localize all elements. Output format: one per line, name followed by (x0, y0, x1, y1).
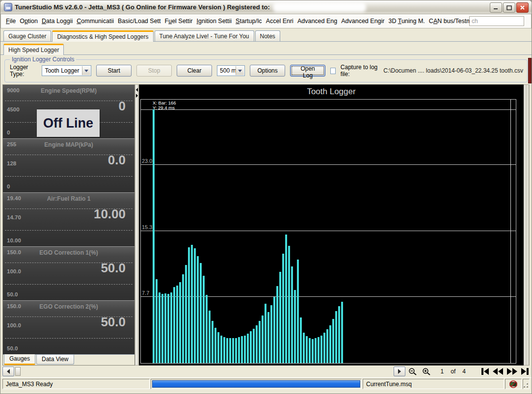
bar-41[interactable] (270, 305, 272, 363)
bar-51[interactable] (300, 317, 302, 363)
scroll-right-button[interactable] (394, 367, 405, 376)
bar-60[interactable] (326, 329, 328, 363)
bar-5[interactable] (164, 293, 166, 363)
bar-53[interactable] (306, 336, 308, 363)
menu-file[interactable]: File (4, 16, 18, 26)
bar-52[interactable] (303, 333, 305, 363)
panel-splitter[interactable] (135, 84, 139, 366)
bar-26[interactable] (226, 338, 228, 363)
bar-6[interactable] (167, 294, 169, 363)
bar-54[interactable] (309, 338, 311, 363)
bar-64[interactable] (338, 306, 340, 363)
maximize-button[interactable] (503, 2, 515, 13)
bar-50[interactable] (297, 260, 299, 363)
menu-option[interactable]: Option (18, 16, 40, 26)
zoom-out-button[interactable] (406, 367, 419, 376)
bar-3[interactable] (159, 292, 160, 363)
menu-ignition-settii[interactable]: Ignition Settii (195, 16, 234, 26)
next-page-button[interactable] (507, 368, 517, 375)
menu-fuel-settir[interactable]: Fuel Settir (163, 16, 195, 26)
bar-55[interactable] (312, 339, 314, 363)
bar-22[interactable] (214, 328, 216, 363)
bar-30[interactable] (238, 337, 240, 363)
tab-diagnostics-high-speed-loggers[interactable]: Diagnostics & High Speed Loggers (52, 30, 153, 42)
bar-17[interactable] (200, 263, 202, 363)
bar-34[interactable] (250, 331, 252, 363)
menu-communicatii[interactable]: Communicatii (75, 16, 116, 26)
open-log-button[interactable]: Open Log (290, 65, 325, 77)
bar-39[interactable] (265, 304, 266, 363)
title-bar[interactable]: TunerStudio MS v2.6.0 - Jetta_MS3 ( Go O… (0, 0, 532, 14)
bar-27[interactable] (229, 338, 231, 363)
bar-4[interactable] (161, 294, 163, 363)
search-input[interactable] (469, 16, 524, 26)
collapse-left-icon[interactable] (136, 88, 138, 92)
bar-62[interactable] (332, 319, 334, 363)
menu-data-loggii[interactable]: Data Loggii (40, 16, 75, 26)
bars-area[interactable]: 7.715.323.0 (141, 110, 516, 363)
bar-35[interactable] (253, 329, 255, 363)
bar-46[interactable] (285, 235, 287, 363)
logger-type-select[interactable]: Tooth Logger (42, 65, 91, 76)
bar-14[interactable] (191, 245, 193, 363)
menu-advanced-engir[interactable]: Advanced Engir (339, 16, 386, 26)
menu-startup-ic[interactable]: Startup/Ic (234, 16, 264, 26)
options-button[interactable]: Options (250, 65, 285, 77)
bar-61[interactable] (329, 325, 331, 363)
bar-16[interactable] (197, 256, 199, 363)
subtab-high-speed-logger[interactable]: High Speed Logger (3, 44, 64, 55)
menu-advanced-eng[interactable]: Advanced Eng (295, 16, 339, 26)
bar-10[interactable] (179, 282, 181, 363)
bar-11[interactable] (182, 274, 184, 363)
bar-9[interactable] (176, 286, 178, 363)
bar-8[interactable] (173, 287, 175, 363)
bar-58[interactable] (320, 336, 322, 363)
tab-tune-analyze-live-tune-for-you[interactable]: Tune Analyze Live! - Tune For You (155, 30, 254, 41)
menu-basic-load-sett[interactable]: Basic/Load Sett (116, 16, 163, 26)
start-button[interactable]: Start (96, 65, 132, 77)
bar-48[interactable] (291, 266, 293, 363)
panel-tab-data-view[interactable]: Data View (36, 355, 74, 365)
bar-57[interactable] (318, 337, 319, 363)
tab-gauge-cluster[interactable]: Gauge Cluster (3, 30, 51, 41)
bar-20[interactable] (209, 311, 211, 363)
bar-63[interactable] (335, 311, 337, 363)
scroll-left-button[interactable] (2, 367, 14, 376)
bar-28[interactable] (232, 338, 234, 363)
tab-notes[interactable]: Notes (255, 30, 280, 41)
bar-29[interactable] (235, 338, 237, 363)
bar-23[interactable] (217, 332, 219, 363)
bar-18[interactable] (203, 276, 205, 363)
bar-65[interactable] (341, 302, 343, 363)
bar-15[interactable] (194, 248, 196, 363)
bar-36[interactable] (256, 325, 258, 363)
bar-7[interactable] (170, 292, 172, 363)
interval-select[interactable]: 500 ms (217, 65, 245, 76)
resize-grip[interactable] (523, 379, 530, 389)
panel-tab-gauges[interactable]: Gauges (4, 354, 35, 365)
bar-59[interactable] (323, 333, 325, 363)
menu-3d-tuning-m-[interactable]: 3D Tuning M. (386, 16, 426, 26)
chevron-down-icon[interactable] (236, 66, 244, 75)
bar-13[interactable] (188, 247, 190, 363)
bar-56[interactable] (315, 338, 317, 363)
menu-accel-enri[interactable]: Accel Enri (264, 16, 295, 26)
bar-38[interactable] (262, 315, 264, 363)
clear-button[interactable]: Clear (177, 65, 212, 77)
last-page-button[interactable] (521, 368, 529, 375)
scrollbar-thumb[interactable] (15, 367, 21, 376)
close-button[interactable] (516, 2, 529, 13)
tooth-logger-chart[interactable]: Tooth Logger X: Bar: 166 Y: 29.4 ms 7.71… (139, 84, 524, 366)
bar-2[interactable] (156, 279, 158, 363)
bar-45[interactable] (282, 254, 284, 363)
bar-32[interactable] (244, 336, 246, 363)
collapse-right-icon[interactable] (136, 94, 138, 98)
capture-to-log-checkbox[interactable] (330, 68, 336, 74)
bar-40[interactable] (267, 312, 269, 363)
bar-25[interactable] (223, 337, 225, 363)
bar-43[interactable] (276, 286, 278, 363)
bar-12[interactable] (185, 265, 187, 363)
bar-49[interactable] (294, 290, 296, 363)
minimize-button[interactable] (490, 2, 502, 13)
bar-33[interactable] (247, 334, 249, 363)
